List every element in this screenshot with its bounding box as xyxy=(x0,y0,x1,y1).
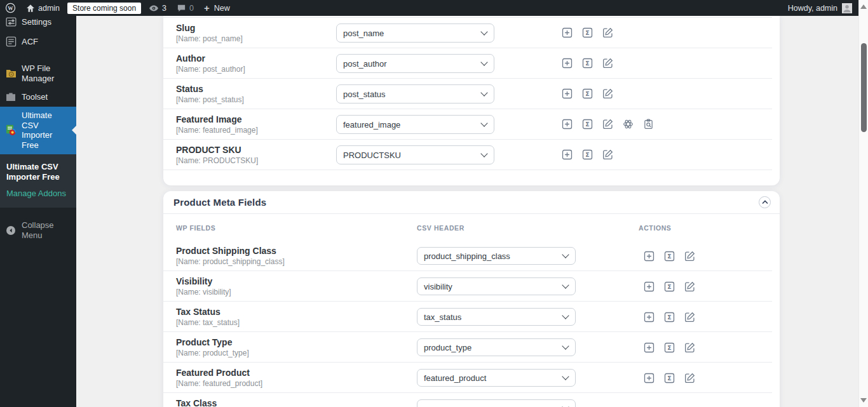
edit-icon[interactable] xyxy=(602,58,613,69)
svg-text:Σ: Σ xyxy=(667,375,671,382)
sigma-formula-icon[interactable]: Σ xyxy=(582,58,593,69)
collapse-section-button[interactable] xyxy=(759,196,771,208)
edit-icon[interactable] xyxy=(684,342,695,353)
core-fields-card: Slug[Name: post_name]post_nameΣAuthor[Na… xyxy=(163,16,780,185)
wp-field-name: [Name: featured_product] xyxy=(176,379,262,388)
avatar[interactable] xyxy=(842,3,852,13)
csv-header-select[interactable]: featured_product xyxy=(417,369,576,387)
csv-header-select[interactable]: post_author xyxy=(336,54,494,73)
comments-count: 0 xyxy=(189,4,194,13)
howdy-account-menu[interactable]: Howdy, admin xyxy=(788,4,837,13)
chevron-down-icon xyxy=(480,119,487,126)
chevron-up-icon xyxy=(762,200,768,204)
add-field-icon[interactable] xyxy=(644,373,654,384)
wp-logo-menu[interactable]: W xyxy=(0,0,21,16)
sigma-formula-icon[interactable]: Σ xyxy=(664,373,675,384)
wp-field-name: [Name: post_status] xyxy=(176,95,244,104)
sigma-formula-icon[interactable]: Σ xyxy=(582,149,593,160)
wp-field-label: Featured Product xyxy=(176,368,250,378)
settings-icon xyxy=(5,17,17,27)
row-actions: Σ xyxy=(562,27,613,38)
svg-text:Σ: Σ xyxy=(585,121,589,128)
csv-header-select[interactable]: post_status xyxy=(336,84,494,103)
add-field-icon[interactable] xyxy=(562,88,573,99)
wp-field-name: [Name: post_author] xyxy=(176,65,245,74)
add-field-icon[interactable] xyxy=(644,342,654,353)
column-csv-header: CSV HEADER xyxy=(417,224,465,232)
scrollbar-up-arrow[interactable] xyxy=(860,4,867,9)
sigma-formula-icon[interactable]: Σ xyxy=(664,251,675,262)
add-field-icon[interactable] xyxy=(562,27,573,38)
csv-header-select[interactable]: PRODUCTSKU xyxy=(336,145,494,164)
edit-icon[interactable] xyxy=(684,281,695,292)
edit-icon[interactable] xyxy=(602,27,613,38)
sigma-formula-icon[interactable]: Σ xyxy=(582,27,593,38)
sigma-formula-icon[interactable]: Σ xyxy=(582,119,593,130)
ai-spiral-icon[interactable] xyxy=(623,119,634,130)
row-actions: Σ xyxy=(644,281,695,292)
svg-text:Σ: Σ xyxy=(667,283,671,290)
new-content-menu[interactable]: + New xyxy=(199,0,235,16)
csv-header-select[interactable]: post_name xyxy=(336,23,494,43)
edit-icon[interactable] xyxy=(684,312,695,323)
field-mapping-row: Product Shipping Class[Name: product_shi… xyxy=(163,241,772,271)
collapse-menu-button[interactable]: Collapse Menu xyxy=(0,216,76,244)
submenu-item-manage-addons[interactable]: Manage Addons xyxy=(0,185,76,202)
csv-header-select[interactable] xyxy=(417,399,576,407)
submenu-current-item[interactable]: Ultimate CSV Importer Free xyxy=(0,159,76,185)
edit-icon[interactable] xyxy=(684,251,695,262)
add-field-icon[interactable] xyxy=(644,251,654,262)
wp-field-name: [Name: product_type] xyxy=(176,349,249,357)
sidebar-item-acf[interactable]: ACF xyxy=(0,32,76,51)
add-field-icon[interactable] xyxy=(562,58,573,69)
scrollbar-thumb[interactable] xyxy=(861,43,867,132)
product-meta-fields-card: Product Meta Fields WP FIELDS CSV HEADER… xyxy=(163,191,780,407)
row-actions: Σ xyxy=(562,149,613,160)
section-title: Product Meta Fields xyxy=(173,197,266,208)
comments-menu[interactable]: 0 xyxy=(172,0,199,16)
csv-header-value: post_status xyxy=(343,90,386,99)
views-menu[interactable]: 3 xyxy=(144,0,172,16)
edit-icon[interactable] xyxy=(602,149,613,160)
svg-text:Σ: Σ xyxy=(585,151,589,158)
csv-header-value: PRODUCTSKU xyxy=(343,150,401,160)
sidebar-item-wp-file-manager[interactable]: WP File Manager xyxy=(0,59,76,88)
csv-header-select[interactable]: tax_status xyxy=(417,308,576,326)
wp-field-name: [Name: tax_status] xyxy=(176,318,240,327)
wp-field-label: Author xyxy=(176,53,205,63)
add-field-icon[interactable] xyxy=(644,312,654,323)
edit-icon[interactable] xyxy=(602,119,613,130)
field-mapping-row: Featured Image[Name: featured_image]feat… xyxy=(163,109,772,140)
sidebar-item-toolset[interactable]: Toolset xyxy=(0,88,76,107)
sidebar-item-label: Ultimate CSV Importer Free xyxy=(22,110,71,150)
collapse-menu-label: Collapse Menu xyxy=(22,220,71,240)
views-count: 3 xyxy=(162,4,166,13)
csv-header-select[interactable]: visibility xyxy=(417,277,576,295)
field-mapping-row: Slug[Name: post_name]post_nameΣ xyxy=(163,18,772,48)
edit-icon[interactable] xyxy=(684,373,695,384)
field-mapping-row: PRODUCT SKU[Name: PRODUCTSKU]PRODUCTSKUΣ xyxy=(163,140,772,170)
row-actions: Σ xyxy=(562,58,613,69)
wp-field-label: Visibility xyxy=(176,276,212,286)
csv-header-select[interactable]: product_shipping_class xyxy=(417,247,576,265)
page-scrollbar[interactable] xyxy=(858,0,868,407)
edit-icon[interactable] xyxy=(602,88,613,99)
clipboard-search-icon[interactable] xyxy=(643,119,654,130)
sidebar-item-ultimate-csv-importer-free[interactable]: Ultimate CSV Importer Free xyxy=(0,107,76,154)
csv-header-value: product_shipping_class xyxy=(424,251,510,261)
site-name-menu[interactable]: admin xyxy=(21,0,65,16)
csv-header-select[interactable]: product_type xyxy=(417,338,576,356)
sigma-formula-icon[interactable]: Σ xyxy=(664,281,675,292)
coming-soon-badge[interactable]: Store coming soon xyxy=(67,3,141,14)
csv-header-select[interactable]: featured_image xyxy=(336,115,494,134)
sigma-formula-icon[interactable]: Σ xyxy=(582,88,593,99)
sigma-formula-icon[interactable]: Σ xyxy=(664,312,675,323)
field-mapping-row: Tax Status[Name: tax_status]tax_statusΣ xyxy=(163,302,772,332)
column-header-row: WP FIELDS CSV HEADER ACTIONS xyxy=(163,214,780,241)
add-field-icon[interactable] xyxy=(562,119,573,130)
add-field-icon[interactable] xyxy=(562,149,573,160)
sigma-formula-icon[interactable]: Σ xyxy=(664,342,675,353)
chevron-down-icon xyxy=(562,403,569,407)
scrollbar-down-arrow[interactable] xyxy=(860,398,867,403)
add-field-icon[interactable] xyxy=(644,281,654,292)
